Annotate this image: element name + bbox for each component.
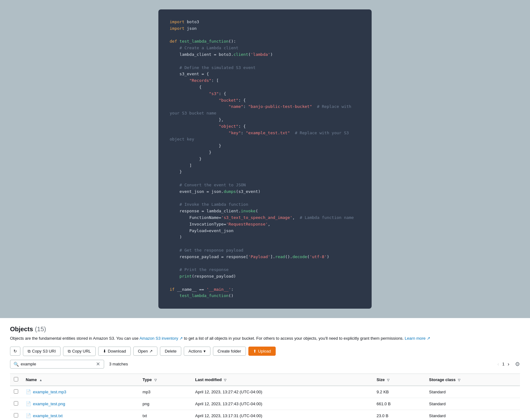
row-storage-class-cell: Standard: [425, 398, 520, 410]
objects-title: Objects: [10, 326, 33, 333]
row-last-modified-cell: April 12, 2023, 13:17:31 (UTC-04:00): [191, 410, 373, 420]
upload-button[interactable]: ⬆ Upload: [248, 347, 276, 356]
pagination-controls: ‹ 1 ›: [496, 361, 511, 368]
row-last-modified-cell: April 12, 2023, 13:27:42 (UTC-04:00): [191, 386, 373, 398]
open-button[interactable]: Open ↗: [133, 347, 158, 356]
table-header-row: Name ▲ Type ▽ Last modified ▽ Size ▽ Sto…: [10, 374, 520, 386]
row-name-cell: 📄 example_test.txt: [22, 410, 139, 420]
file-icon-2: 📄: [26, 413, 31, 418]
create-folder-button[interactable]: Create folder: [213, 347, 246, 356]
download-button[interactable]: ⬇ Download: [98, 347, 131, 356]
delete-button[interactable]: Delete: [160, 347, 181, 356]
storage-class-sort-icon: ▽: [458, 378, 460, 382]
objects-description: Objects are the fundamental entities sto…: [10, 335, 520, 342]
name-sort-icon: ▲: [39, 378, 42, 382]
row-checkbox-2[interactable]: [14, 413, 18, 417]
prev-page-button[interactable]: ‹: [496, 361, 501, 368]
code-window: import boto3 import json def test_lambda…: [158, 9, 372, 309]
copy-url-icon: ⧉: [68, 349, 71, 354]
row-size-cell: 9.2 KB: [373, 386, 425, 398]
select-all-header[interactable]: [10, 374, 22, 386]
file-link-0[interactable]: 📄 example_test.mp3: [26, 389, 135, 394]
objects-header: Objects (15): [10, 326, 520, 333]
size-column-header[interactable]: Size ▽: [373, 374, 425, 386]
row-type-cell: txt: [139, 410, 192, 420]
next-page-button[interactable]: ›: [506, 361, 511, 368]
matches-text: 3 matches: [109, 362, 128, 366]
search-row: 🔍 ✕ 3 matches ‹ 1 › ⚙: [10, 360, 520, 369]
external-link-icon: ↗: [149, 349, 153, 354]
row-type-cell: mp3: [139, 386, 192, 398]
table-row: 📄 example_test.txt txt April 12, 2023, 1…: [10, 410, 520, 420]
copy-s3-uri-button[interactable]: ⧉ Copy S3 URI: [23, 347, 61, 356]
search-icon: 🔍: [13, 362, 19, 367]
type-column-header[interactable]: Type ▽: [139, 374, 192, 386]
objects-table: Name ▲ Type ▽ Last modified ▽ Size ▽ Sto…: [10, 374, 520, 420]
refresh-button[interactable]: ↻: [10, 347, 20, 356]
row-type-cell: png: [139, 398, 192, 410]
row-storage-class-cell: Standard: [425, 386, 520, 398]
name-column-header[interactable]: Name ▲: [22, 374, 139, 386]
table-row: 📄 example_test.png png April 12, 2023, 1…: [10, 398, 520, 410]
row-checkbox-cell[interactable]: [10, 410, 22, 420]
actions-button[interactable]: Actions ▾: [184, 347, 210, 356]
storage-class-column-header[interactable]: Storage class ▽: [425, 374, 520, 386]
inventory-link[interactable]: Amazon S3 inventory ↗: [140, 336, 184, 341]
toolbar: ↻ ⧉ Copy S3 URI ⧉ Copy URL ⬇ Download Op…: [10, 347, 520, 356]
row-storage-class-cell: Standard: [425, 410, 520, 420]
type-sort-icon: ▽: [154, 378, 157, 382]
table-row: 📄 example_test.mp3 mp3 April 12, 2023, 1…: [10, 386, 520, 398]
last-modified-column-header[interactable]: Last modified ▽: [191, 374, 373, 386]
copy-url-button[interactable]: ⧉ Copy URL: [63, 347, 96, 356]
search-input[interactable]: [21, 362, 93, 366]
row-size-cell: 661.0 B: [373, 398, 425, 410]
file-link-1[interactable]: 📄 example_test.png: [26, 401, 135, 406]
main-content: Objects (15) Objects are the fundamental…: [0, 318, 530, 420]
search-box[interactable]: 🔍 ✕: [10, 360, 104, 369]
upload-icon: ⬆: [253, 349, 257, 354]
table-settings-button[interactable]: ⚙: [515, 361, 520, 368]
row-checkbox-cell[interactable]: [10, 386, 22, 398]
file-icon-1: 📄: [26, 401, 31, 406]
row-checkbox-0[interactable]: [14, 389, 18, 394]
last-modified-sort-icon: ▽: [224, 378, 226, 382]
chevron-down-icon: ▾: [204, 349, 206, 354]
search-right-group: ‹ 1 › ⚙: [496, 361, 520, 368]
clear-search-button[interactable]: ✕: [95, 362, 101, 367]
file-icon-0: 📄: [26, 389, 31, 394]
row-size-cell: 23.0 B: [373, 410, 425, 420]
refresh-icon: ↻: [13, 349, 17, 354]
file-link-2[interactable]: 📄 example_test.txt: [26, 413, 135, 418]
row-name-cell: 📄 example_test.mp3: [22, 386, 139, 398]
copy-s3-uri-icon: ⧉: [28, 349, 30, 354]
row-checkbox-1[interactable]: [14, 401, 18, 406]
size-sort-icon: ▽: [387, 378, 390, 382]
learn-more-link[interactable]: Learn more ↗: [405, 336, 430, 341]
objects-count: (15): [35, 326, 46, 333]
download-icon: ⬇: [103, 349, 106, 354]
page-number: 1: [502, 362, 504, 366]
row-checkbox-cell[interactable]: [10, 398, 22, 410]
code-preview-wrapper: import boto3 import json def test_lambda…: [0, 0, 530, 318]
select-all-checkbox[interactable]: [14, 377, 18, 381]
row-last-modified-cell: April 12, 2023, 13:27:43 (UTC-04:00): [191, 398, 373, 410]
row-name-cell: 📄 example_test.png: [22, 398, 139, 410]
